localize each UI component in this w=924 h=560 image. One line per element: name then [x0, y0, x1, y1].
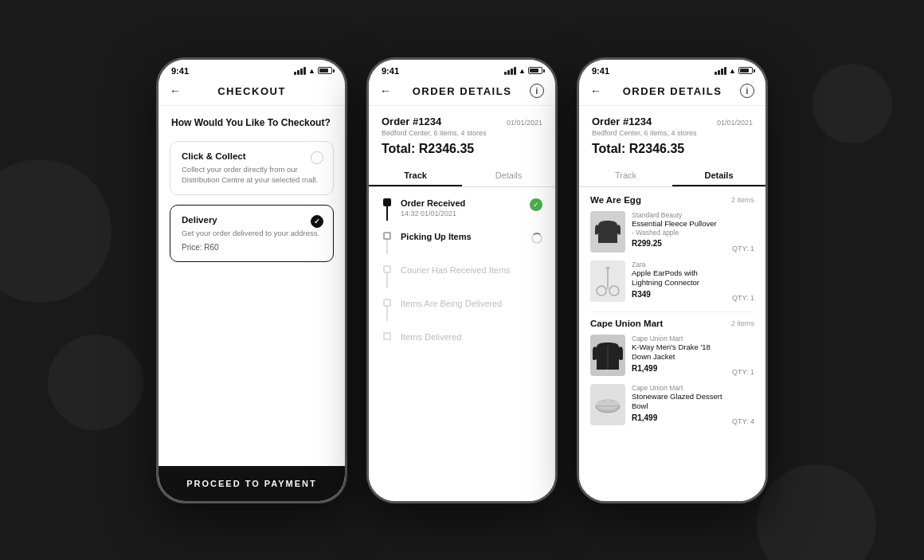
order-track-content: Order #1234 01/01/2021 Bedford Center, 6…: [369, 106, 555, 501]
status-bar-2: 9:41 ▲: [369, 60, 555, 79]
step-label-5: Items Delivered: [401, 332, 542, 342]
tab-track-2[interactable]: Track: [369, 163, 462, 186]
product-price-3: R1,499: [632, 364, 726, 373]
product-price-4: R1,499: [632, 413, 726, 422]
step-indicator-5: [382, 332, 393, 340]
product-info-1: Standard Beauty Essential Fleece Pullove…: [632, 211, 726, 248]
product-name-3: K-Way Men's Drake '18 Down Jacket: [632, 343, 726, 362]
track-step-4: Items Are Being Delivered: [382, 299, 542, 321]
product-info-4: Cape Union Mart Stoneware Glazed Dessert…: [632, 384, 726, 423]
tab-details-2[interactable]: Details: [462, 163, 555, 186]
order-details-content: Order #1234 01/01/2021 Bedford Center, 6…: [579, 106, 765, 501]
delivery-option[interactable]: Delivery Get your order delivered to you…: [170, 205, 334, 262]
order-meta-3: Bedford Center, 6 items, 4 stores: [592, 129, 753, 137]
step-text-3: Courier Has Received Items: [401, 265, 542, 275]
info-icon-2[interactable]: i: [530, 84, 544, 98]
product-price-1: R299.25: [632, 239, 726, 248]
step-indicator-3: [382, 265, 393, 288]
phone-order-track: 9:41 ▲ ← ORDER DETAILS i Order #1234 01/…: [366, 57, 558, 503]
order-track-title: ORDER DETAILS: [413, 85, 512, 97]
product-qty-3: QTY: 1: [732, 368, 754, 376]
time-3: 9:41: [592, 66, 609, 76]
product-brand-1: Standard Beauty: [632, 211, 726, 219]
battery-icon-3: [738, 67, 753, 74]
step-dot-2: [383, 232, 391, 240]
svg-point-11: [596, 400, 620, 409]
status-icons-1: ▲: [294, 67, 332, 75]
product-brand-3: Cape Union Mart: [632, 335, 726, 343]
signal-icon-3: [715, 67, 726, 75]
click-collect-option[interactable]: Click & Collect Collect your order direc…: [170, 141, 334, 196]
checkout-content: How Would You Like To Checkout? Click & …: [159, 106, 345, 501]
step-text-2: Picking Up Items: [401, 232, 523, 241]
battery-icon-1: [318, 67, 332, 74]
track-step-3: Courier Has Received Items: [382, 265, 542, 288]
product-qty-2: QTY: 1: [732, 294, 754, 302]
product-name-2: Apple EarPods with Lightning Connector: [632, 268, 726, 288]
bg-decoration-4: [812, 64, 892, 143]
back-arrow-1[interactable]: ←: [170, 84, 181, 97]
battery-icon-2: [528, 67, 542, 74]
product-info-3: Cape Union Mart K-Way Men's Drake '18 Do…: [632, 335, 726, 374]
product-name-4: Stoneware Glazed Dessert Bowl: [632, 392, 726, 412]
signal-icon-2: [504, 67, 516, 75]
order-details-title: ORDER DETAILS: [623, 85, 722, 97]
info-icon-3[interactable]: i: [740, 84, 754, 98]
step-dot-1: [383, 198, 391, 206]
signal-icon-1: [294, 67, 306, 75]
product-thumb-2: [590, 260, 625, 302]
delivery-radio[interactable]: [311, 215, 323, 228]
delivery-title: Delivery: [182, 215, 322, 225]
back-arrow-3[interactable]: ←: [590, 84, 601, 97]
time-1: 9:41: [171, 66, 189, 76]
click-collect-desc: Collect your order directly from our Dis…: [182, 164, 322, 186]
step-label-2: Picking Up Items: [401, 232, 523, 241]
step-text-4: Items Are Being Delivered: [401, 299, 542, 308]
phones-container: 9:41 ▲ ← CHECKOUT How Would You Like To …: [156, 57, 768, 503]
step-dot-5: [383, 332, 391, 340]
product-info-2: Zara Apple EarPods with Lightning Connec…: [632, 260, 726, 300]
track-step-5: Items Delivered: [382, 332, 542, 342]
product-brand-2: Zara: [632, 260, 726, 268]
order-total-2: Total: R2346.35: [382, 142, 542, 156]
proceed-button[interactable]: PROCEED TO PAYMENT: [159, 466, 345, 501]
step-label-4: Items Are Being Delivered: [401, 299, 542, 308]
track-step-1: Order Received 14:32 01/01/2021 ✓: [382, 198, 542, 221]
back-arrow-2[interactable]: ←: [380, 84, 391, 97]
step-indicator-2: [382, 232, 393, 254]
status-bar-3: 9:41 ▲: [579, 60, 765, 79]
order-number-3: Order #1234: [592, 116, 652, 127]
tab-details-3[interactable]: Details: [672, 163, 765, 186]
step-label-1: Order Received: [401, 198, 522, 208]
status-icons-3: ▲: [715, 67, 753, 75]
product-qty-1: QTY: 1: [732, 245, 754, 253]
click-collect-radio[interactable]: [311, 151, 323, 164]
time-2: 9:41: [382, 66, 399, 76]
store-header-2: Cape Union Mart 2 items: [590, 319, 754, 328]
order-meta-2: Bedford Center, 6 items, 4 stores: [382, 129, 542, 137]
store-header-1: We Are Egg 2 items: [590, 195, 754, 205]
product-thumb-3: [590, 335, 625, 376]
bg-decoration-1: [0, 159, 112, 303]
product-thumb-1: [590, 211, 625, 253]
store-count-2: 2 items: [731, 319, 754, 327]
product-name-1: Essential Fleece Pullover: [632, 219, 726, 229]
wifi-icon-2: ▲: [519, 67, 526, 75]
step-spinner-2: [531, 233, 542, 244]
store-name-2: Cape Union Mart: [590, 319, 663, 328]
status-bar-1: 9:41 ▲: [159, 60, 345, 79]
bg-decoration-3: [757, 464, 876, 560]
tab-track-3[interactable]: Track: [579, 163, 672, 186]
track-step-2: Picking Up Items: [382, 232, 542, 254]
store-cape-union: Cape Union Mart 2 items: [590, 319, 754, 425]
product-row-2: Zara Apple EarPods with Lightning Connec…: [590, 260, 754, 302]
step-dot-4: [383, 299, 391, 307]
product-brand-4: Cape Union Mart: [632, 384, 726, 392]
step-time-1: 14:32 01/01/2021: [401, 210, 522, 217]
store-we-are-egg: We Are Egg 2 items: [590, 195, 754, 302]
product-variant-1: - Washed apple: [632, 229, 726, 237]
track-steps-container: Order Received 14:32 01/01/2021 ✓ Pickin…: [369, 187, 555, 501]
status-icons-2: ▲: [504, 67, 542, 75]
order-number-2: Order #1234: [382, 116, 441, 127]
order-info-2: Order #1234 01/01/2021 Bedford Center, 6…: [369, 106, 555, 163]
